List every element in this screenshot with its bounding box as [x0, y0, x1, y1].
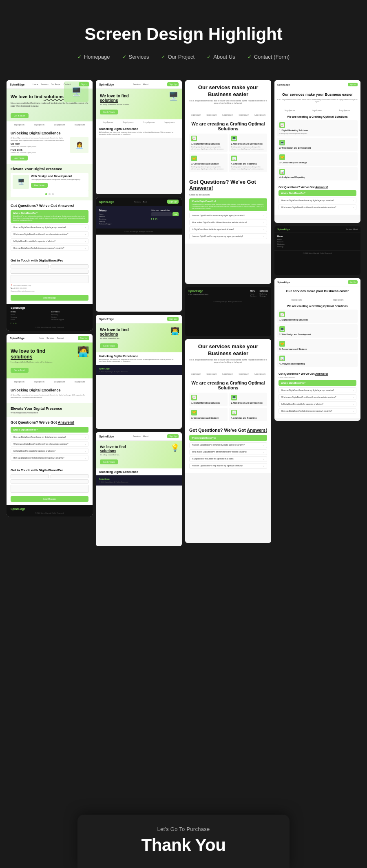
footer-copy-2: © 2024 SpineEdge. All Rights Reserved. [11, 512, 88, 514]
mock-signin-btn-2[interactable]: Sign Up [78, 336, 89, 340]
mock-faq-item-2[interactable]: What makes DigitalBoostPro different fro… [11, 231, 88, 237]
mock-btn-mini[interactable]: Sign Up [167, 317, 179, 321]
mock-faq-open[interactable]: What is DigitalBoostPro? DigitalBoostPro… [11, 210, 88, 223]
mock-footer-copy: © 2024 SpineEdge. All Rights Reserved. [11, 326, 88, 328]
mock-input-phone-2[interactable] [51, 474, 89, 478]
nav-item-services[interactable]: ✓ Services [122, 54, 149, 60]
screen-mock-tablet-1: SpineEdge Services About Sign Up We love… [96, 80, 182, 194]
mob-svc2-icon-2: 💻 [279, 326, 285, 332]
mob-faq-2[interactable]: What makes DigitalBoostPro different fro… [279, 204, 356, 210]
green-hero-cta[interactable]: Get In Touch [11, 368, 29, 373]
mob-faq2-2[interactable]: What makes DigitalBoostPro different fro… [279, 394, 356, 400]
mock-footer-col-menu: Menu Home Services About [11, 310, 48, 321]
elevate-title-2: Elevate Your Digital Presence [11, 407, 88, 411]
mock-send-btn-2[interactable]: Send Message [11, 496, 88, 502]
mob-svc2-icon-1: 📈 [279, 312, 285, 317]
social-icon-li[interactable]: in [155, 218, 157, 220]
faq-p2-i3[interactable]: Is DigitalBoostPro suitable for agencies… [189, 456, 267, 462]
mini-cta[interactable]: Get In Touch [100, 343, 118, 348]
social-icon-tw[interactable]: t [153, 218, 154, 220]
mock-signup-btn-t1[interactable]: Sign Up [167, 82, 179, 86]
mock-hero-subtitle: It is a long established fact that a rea… [11, 102, 88, 108]
mock-faq-item-c[interactable]: Is DigitalBoostPro suitable for agencies… [11, 448, 88, 454]
faq-p2-i2[interactable]: What makes DigitalBoostPro different fro… [189, 449, 267, 455]
mock-faq-item-a[interactable]: How can DigitalBoostPro enhance my digit… [11, 434, 88, 440]
mock-faq-item-4[interactable]: How can DigitalBoostPro help improve my … [11, 245, 88, 251]
chevron-icon: › [263, 214, 264, 217]
mob-faq-1[interactable]: How can DigitalBoostPro enhance my digit… [279, 198, 356, 203]
faq-open-p2[interactable]: What is DigitalBoostPro? [189, 435, 267, 441]
service-icon-1: 📈 [191, 136, 197, 141]
svc-cta[interactable]: Get In Touch [100, 459, 118, 464]
mini-hero-title: We love to find solutions [100, 327, 147, 336]
our-services-sub-p2: It is a long established fact that a rea… [189, 358, 267, 363]
social-icon-fb[interactable]: f [151, 218, 152, 220]
crafting-title: We are creating a Crafting Optimal Solut… [189, 121, 267, 131]
service-item-1: 📈 1. Digital Marketing Solutions Craftin… [189, 134, 228, 152]
nav-pills: ✓ Homepage ✓ Services ✓ Our Project ✓ Ab… [8, 54, 359, 60]
mob-crafting: We are creating a Crafting Optimal Solut… [274, 113, 360, 182]
chevron-icon: › [263, 451, 264, 453]
faq-p2-i1[interactable]: How can DigitalBoostPro enhance my digit… [189, 442, 267, 448]
mock-more-btn[interactable]: Learn More [11, 156, 28, 160]
mock-footer-col-services: Services Marketing Strategy Technical Su… [51, 310, 89, 321]
nav-item-homepage[interactable]: ✓ Homepage [77, 54, 110, 60]
newsletter-btn[interactable]: Join [172, 212, 179, 216]
mob-faq-open-2[interactable]: What is DigitalBoostPro? [279, 380, 356, 386]
nav-item-project[interactable]: ✓ Our Project [161, 54, 195, 60]
mock-signin-btn[interactable]: Sign In [79, 82, 89, 86]
mock-input-phone[interactable] [51, 264, 89, 268]
mock-read-more-btn[interactable]: Read More [31, 183, 48, 188]
nav-item-contact[interactable]: ✓ Contact (Form) [248, 54, 290, 60]
mob-nav-2: SpineEdge Sign Up [274, 278, 360, 286]
mock-nav-tab1: SpineEdge Services About Sign Up [96, 80, 182, 89]
nav-item-about[interactable]: ✓ About Us [207, 54, 235, 60]
chevron-icon: › [263, 221, 264, 224]
tab-cta-btn[interactable]: Get In Touch [100, 110, 118, 114]
faq-p2-i4[interactable]: How can DigitalBoostPro help improve my … [189, 463, 267, 469]
mob-faq2-3[interactable]: Is DigitalBoostPro suitable for agencies… [279, 401, 356, 407]
mock-cta-btn[interactable]: Get In Touch [11, 113, 29, 118]
social-tw-icon[interactable]: t [13, 322, 14, 325]
mock-input-email-2[interactable] [11, 479, 88, 483]
newsletter-input[interactable] [151, 212, 172, 216]
green-hero-bg: We love to find solutions It is a long e… [7, 343, 93, 378]
mock-faq-item-3[interactable]: Is DigitalBoostPro suitable for agencies… [11, 238, 88, 244]
mob-faq2-1[interactable]: How can DigitalBoostPro enhance my digit… [279, 387, 356, 393]
screens-grid: SpineEdge Home Services Our Project Cont… [0, 72, 367, 554]
mock-footer-2: SpineEdge © 2024 SpineEdge. All Rights R… [7, 505, 93, 516]
chevron-icon: › [353, 403, 354, 405]
nav-label: Homepage [84, 54, 110, 60]
mock-faq-item-d[interactable]: How can DigitalBoostPro help improve my … [11, 455, 88, 461]
mock-faq-big-2[interactable]: What makes DigitalBoostPro different fro… [189, 220, 267, 225]
mob-btn-2[interactable]: Sign Up [348, 280, 358, 284]
nav-label: Our Project [168, 54, 195, 60]
mock-faq-big-1[interactable]: How can DigitalBoostPro enhance my digit… [189, 213, 267, 218]
mock-input-name[interactable] [11, 264, 49, 268]
mob-btn[interactable]: Sign Up [348, 83, 358, 86]
mock-contact-info-address: 📍 123 Street, Address, City [11, 284, 88, 286]
mock-faq-q-3: Is DigitalBoostPro suitable for agencies… [13, 240, 55, 242]
mock-faq-big-4[interactable]: How can DigitalBoostPro help improve my … [189, 233, 267, 239]
mock-elevate-img: 🖥️ [13, 175, 29, 189]
mock-textarea-msg-2[interactable] [11, 485, 88, 493]
social-fb-icon[interactable]: f [11, 322, 11, 325]
mob-faq-open[interactable]: What is DigitalBoostPro? [279, 190, 356, 196]
mock-input-email[interactable] [11, 270, 88, 274]
service-label-3: 3. Consultancy and Strategy [191, 163, 226, 165]
mock-input-name-2[interactable] [11, 474, 49, 478]
service-item-3: 🤝 3. Consultancy and Strategy Crafting d… [189, 154, 228, 172]
mock-btn-dark[interactable]: Sign Up [167, 200, 179, 204]
mock-faq-big-3[interactable]: Is DigitalBoostPro suitable for agencies… [189, 226, 267, 232]
mock-faq-item-b[interactable]: What makes DigitalBoostPro different fro… [11, 441, 88, 447]
social-in-icon[interactable]: in [15, 322, 17, 325]
mock-svc-btn[interactable]: Sign Up [167, 434, 179, 438]
check-icon: ✓ [122, 54, 126, 60]
mock-send-btn[interactable]: Send Message [11, 295, 88, 301]
mock-textarea-msg[interactable] [11, 275, 88, 283]
mock-faq-item-1[interactable]: How can DigitalBoostPro enhance my digit… [11, 224, 88, 230]
mob-faq2-4[interactable]: How can DigitalBoostPro help improve my … [279, 408, 356, 414]
mock-faq-open-big[interactable]: What is DigitalBoostPro? DigitalBoostPro… [189, 198, 267, 211]
mock-faq-open-2[interactable]: What is DigitalBoostPro? [11, 427, 88, 433]
chevron-icon: › [353, 396, 354, 398]
